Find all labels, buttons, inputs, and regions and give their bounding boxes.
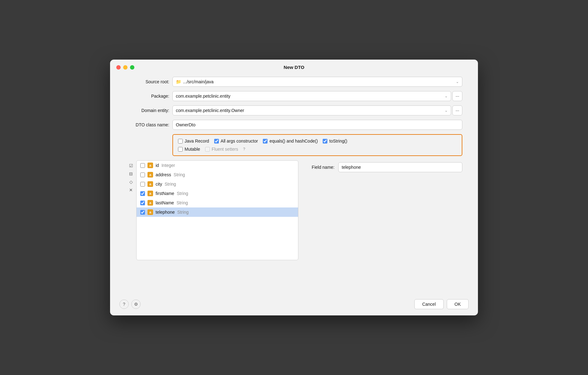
- field-icon-id: a: [147, 163, 153, 168]
- options-row-1: Java Record All args constructor equals(…: [178, 139, 457, 144]
- field-detail-name-row: Field name:: [303, 162, 462, 172]
- folder-icon: 📁: [176, 79, 181, 84]
- field-type-lastname: String: [176, 200, 188, 205]
- package-chevron-icon: ⌄: [445, 94, 448, 98]
- field-row-telephone[interactable]: a telephone String: [137, 207, 298, 217]
- package-row: Package: com.example.petclinic.entity ⌄ …: [126, 91, 462, 101]
- equals-hashcode-checkbox[interactable]: [263, 139, 267, 144]
- move-up-icon[interactable]: ◇: [128, 178, 134, 185]
- field-row-id[interactable]: a id Integer: [137, 161, 298, 170]
- package-label: Package:: [126, 94, 169, 99]
- fluent-setters-option[interactable]: Fluent setters: [205, 147, 238, 152]
- select-all-icon[interactable]: ☑: [128, 162, 134, 169]
- java-record-option[interactable]: Java Record: [178, 139, 209, 144]
- all-args-constructor-option[interactable]: All args constructor: [214, 139, 258, 144]
- dialog-title: New DTO: [284, 65, 304, 70]
- equals-hashcode-option[interactable]: equals() and hashCode(): [263, 139, 318, 144]
- mutable-option[interactable]: Mutable: [178, 147, 200, 152]
- fields-list: a id Integer a address String a: [136, 160, 298, 260]
- help-button[interactable]: ?: [119, 300, 129, 309]
- field-name-telephone: telephone: [156, 210, 175, 215]
- field-name-detail-input[interactable]: [338, 162, 462, 172]
- dialog-footer: ? ⚙ Cancel OK: [110, 295, 478, 315]
- domain-entity-select[interactable]: com.example.petclinic.entity.Owner ⌄: [172, 105, 451, 115]
- mutable-checkbox[interactable]: [178, 147, 183, 152]
- fields-toolbar: ☑ ⊟ ◇ ✕: [126, 160, 136, 260]
- chevron-down-icon: ⌄: [456, 80, 459, 84]
- dialog-content: Source root: 📁 .../src/main/java ⌄ Packa…: [110, 74, 478, 295]
- to-string-checkbox[interactable]: [323, 139, 327, 144]
- field-detail-panel: Field name:: [303, 160, 462, 177]
- all-args-constructor-checkbox[interactable]: [214, 139, 219, 144]
- package-input-wrap: com.example.petclinic.entity ⌄ ···: [172, 91, 462, 101]
- options-row-2: Mutable Fluent setters ?: [178, 147, 457, 152]
- source-root-input-wrap: 📁 .../src/main/java ⌄: [172, 77, 462, 87]
- field-checkbox-id[interactable]: [140, 163, 145, 168]
- field-checkbox-city[interactable]: [140, 182, 145, 187]
- field-name-address: address: [156, 172, 171, 177]
- java-record-label: Java Record: [185, 139, 209, 144]
- source-root-label: Source root:: [126, 79, 169, 84]
- dto-class-name-row: DTO class name:: [126, 120, 462, 130]
- all-args-constructor-label: All args constructor: [221, 139, 258, 144]
- field-icon-telephone: a: [147, 209, 153, 215]
- fluent-setters-label: Fluent setters: [212, 147, 238, 152]
- source-root-select[interactable]: 📁 .../src/main/java ⌄: [172, 77, 462, 87]
- field-checkbox-firstname[interactable]: [140, 191, 145, 196]
- traffic-lights: [116, 65, 134, 70]
- field-type-telephone: String: [177, 210, 189, 215]
- title-bar: New DTO: [110, 60, 478, 74]
- field-type-city: String: [165, 182, 176, 187]
- field-checkbox-address[interactable]: [140, 173, 145, 177]
- field-type-id: Integer: [161, 163, 175, 168]
- cancel-button[interactable]: Cancel: [414, 299, 444, 309]
- to-string-label: toString(): [329, 139, 347, 144]
- field-row-city[interactable]: a city String: [137, 179, 298, 189]
- field-row-firstname[interactable]: a firstName String: [137, 189, 298, 198]
- settings-button[interactable]: ⚙: [131, 300, 141, 309]
- close-button[interactable]: [116, 65, 121, 70]
- move-down-icon[interactable]: ✕: [128, 187, 134, 193]
- dto-class-name-input-wrap: [172, 120, 462, 130]
- fields-section: ☑ ⊟ ◇ ✕ a id Integer: [126, 160, 462, 289]
- field-icon-lastname: a: [147, 200, 153, 206]
- field-icon-firstname: a: [147, 191, 153, 196]
- deselect-icon[interactable]: ⊟: [128, 170, 134, 177]
- field-name-firstname: firstName: [156, 191, 174, 196]
- source-root-value: .../src/main/java: [183, 79, 214, 84]
- fluent-setters-checkbox[interactable]: [205, 147, 210, 152]
- minimize-button[interactable]: [123, 65, 128, 70]
- new-dto-dialog: New DTO Source root: 📁 .../src/main/java…: [110, 60, 478, 315]
- dto-class-name-label: DTO class name:: [126, 122, 169, 127]
- toolbar-and-list: ☑ ⊟ ◇ ✕ a id Integer: [126, 160, 298, 260]
- field-name-detail-label: Field name:: [303, 165, 335, 170]
- package-browse-button[interactable]: ···: [452, 91, 462, 101]
- options-box: Java Record All args constructor equals(…: [172, 134, 462, 156]
- field-type-firstname: String: [177, 191, 188, 196]
- package-select[interactable]: com.example.petclinic.entity ⌄: [172, 91, 451, 101]
- mutable-label: Mutable: [185, 147, 200, 152]
- maximize-button[interactable]: [130, 65, 134, 70]
- field-row-address[interactable]: a address String: [137, 170, 298, 179]
- domain-entity-label: Domain entity:: [126, 108, 169, 113]
- field-row-lastname[interactable]: a lastName String: [137, 198, 298, 207]
- to-string-option[interactable]: toString(): [323, 139, 347, 144]
- field-type-address: String: [174, 172, 185, 177]
- ok-button[interactable]: OK: [447, 299, 469, 309]
- footer-right: Cancel OK: [414, 299, 469, 309]
- package-value: com.example.petclinic.entity: [176, 94, 230, 99]
- footer-left: ? ⚙: [119, 300, 141, 309]
- domain-entity-row: Domain entity: com.example.petclinic.ent…: [126, 105, 462, 115]
- field-checkbox-telephone[interactable]: [140, 210, 145, 215]
- domain-entity-browse-button[interactable]: ···: [452, 105, 462, 115]
- dto-class-name-input[interactable]: [172, 120, 462, 130]
- domain-entity-chevron-icon: ⌄: [445, 108, 448, 113]
- domain-entity-input-wrap: com.example.petclinic.entity.Owner ⌄ ···: [172, 105, 462, 115]
- field-icon-city: a: [147, 181, 153, 187]
- domain-entity-value: com.example.petclinic.entity.Owner: [176, 108, 244, 113]
- field-icon-address: a: [147, 172, 153, 178]
- source-root-row: Source root: 📁 .../src/main/java ⌄: [126, 77, 462, 87]
- fluent-setters-help-icon[interactable]: ?: [243, 147, 245, 151]
- field-checkbox-lastname[interactable]: [140, 201, 145, 205]
- java-record-checkbox[interactable]: [178, 139, 183, 144]
